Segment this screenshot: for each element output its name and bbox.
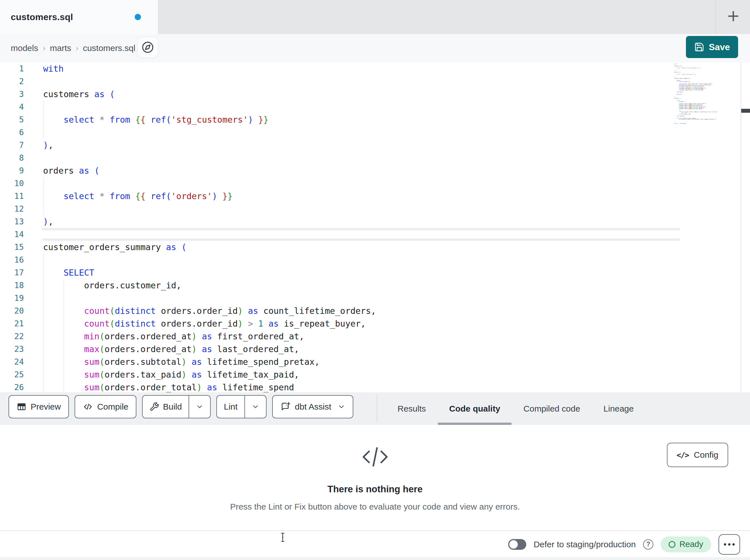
compile-label: Compile bbox=[97, 402, 129, 412]
empty-state-title: There is nothing here bbox=[0, 484, 750, 495]
lint-button[interactable]: Lint bbox=[217, 396, 244, 418]
table-icon bbox=[17, 402, 27, 412]
code-line[interactable]: SELECT bbox=[43, 266, 376, 279]
code-line[interactable]: select * from {{ ref('stg_customers') }} bbox=[43, 113, 376, 126]
code-line[interactable]: count(distinct orders.order_id) as count… bbox=[43, 305, 376, 317]
tab-code-quality[interactable]: Code quality bbox=[449, 392, 500, 425]
code-line[interactable] bbox=[43, 292, 376, 305]
line-number: 13 bbox=[0, 215, 24, 228]
code-line[interactable]: orders as ( bbox=[43, 164, 376, 177]
line-number: 8 bbox=[0, 151, 24, 164]
code-line[interactable]: customers as ( bbox=[43, 88, 376, 101]
chevron-down-icon bbox=[252, 403, 259, 411]
code-line[interactable]: orders.customer_id, bbox=[43, 279, 376, 292]
text-cursor-pointer bbox=[280, 533, 285, 543]
code-line[interactable]: with bbox=[43, 62, 376, 75]
editor-tab-bar: customers.sql bbox=[0, 0, 750, 34]
status-bar: Defer to staging/production ? Ready bbox=[0, 530, 750, 560]
save-label: Save bbox=[709, 42, 730, 53]
line-number: 16 bbox=[0, 253, 24, 266]
code-line[interactable] bbox=[43, 126, 376, 139]
file-tab-customers-sql[interactable]: customers.sql bbox=[0, 0, 158, 34]
code-line[interactable]: max(orders.ordered_at) as last_ordered_a… bbox=[43, 343, 376, 355]
build-button[interactable]: Build bbox=[143, 396, 189, 418]
new-tab-button[interactable] bbox=[724, 7, 742, 25]
code-line[interactable]: ), bbox=[43, 215, 376, 228]
line-number: 20 bbox=[0, 305, 24, 317]
ready-circle-icon bbox=[669, 541, 675, 548]
code-icon bbox=[82, 402, 93, 412]
code-quality-panel: There is nothing here Press the Lint or … bbox=[0, 425, 750, 530]
line-number: 25 bbox=[0, 368, 24, 381]
tab-compiled-code[interactable]: Compiled code bbox=[524, 392, 580, 425]
save-button[interactable]: Save bbox=[686, 36, 738, 58]
code-editor[interactable]: 1234567891011121314151617181920212223242… bbox=[0, 62, 750, 392]
defer-label: Defer to staging/production bbox=[534, 540, 636, 549]
toggle-knob bbox=[509, 540, 518, 549]
chevron-down-icon bbox=[337, 403, 346, 411]
breadcrumb-item-marts[interactable]: marts bbox=[50, 43, 71, 53]
config-button[interactable]: </> Config bbox=[667, 443, 728, 467]
code-line[interactable]: sum(orders.tax_paid) as lifetime_tax_pai… bbox=[43, 368, 376, 381]
compile-button[interactable]: Compile bbox=[75, 395, 136, 418]
code-line[interactable]: sum(orders.subtotal) as lifetime_spend_p… bbox=[43, 355, 376, 368]
save-icon bbox=[694, 42, 704, 52]
indent-guide bbox=[43, 101, 44, 139]
code-line[interactable] bbox=[43, 203, 376, 215]
code-line[interactable]: min(orders.ordered_at) as first_ordered_… bbox=[43, 330, 376, 343]
line-number: 22 bbox=[0, 330, 24, 343]
code-line[interactable]: select * from joined bbox=[674, 123, 717, 124]
toolbar-divider bbox=[377, 395, 377, 422]
breadcrumb-item-models[interactable]: models bbox=[11, 43, 38, 53]
explore-lineage-button[interactable] bbox=[137, 37, 158, 58]
code-line[interactable] bbox=[43, 101, 376, 113]
line-number: 1 bbox=[0, 62, 24, 75]
line-number: 2 bbox=[0, 75, 24, 88]
code-line[interactable]: customer_orders_summary as ( bbox=[43, 241, 376, 253]
breadcrumb-separator: › bbox=[71, 44, 83, 53]
breadcrumb-separator: › bbox=[38, 44, 50, 53]
right-panel-resize-handle[interactable] bbox=[741, 109, 750, 113]
dbt-assist-button[interactable]: dbt Assist bbox=[272, 395, 353, 418]
code-icon: </> bbox=[676, 451, 689, 459]
action-toolbar: Preview Compile Build Lint bbox=[0, 392, 750, 425]
tab-lineage[interactable]: Lineage bbox=[604, 392, 634, 425]
assistant-chat-icon bbox=[280, 401, 291, 412]
code-line[interactable] bbox=[43, 253, 376, 266]
defer-toggle[interactable] bbox=[508, 539, 526, 550]
wrench-icon bbox=[150, 402, 159, 412]
code-content[interactable]: withcustomers as ( select * from {{ ref(… bbox=[43, 62, 376, 392]
code-empty-icon bbox=[361, 445, 390, 469]
preview-label: Preview bbox=[31, 402, 61, 412]
line-number: 10 bbox=[0, 177, 24, 190]
code-line[interactable] bbox=[43, 228, 376, 241]
code-line[interactable] bbox=[43, 177, 376, 190]
code-line[interactable]: select * from {{ ref('orders') }} bbox=[43, 190, 376, 203]
build-dropdown-button[interactable] bbox=[189, 396, 210, 418]
line-number: 26 bbox=[0, 381, 24, 392]
build-label: Build bbox=[163, 402, 182, 412]
code-line[interactable]: count(distinct orders.order_id) > 1 as i… bbox=[43, 317, 376, 330]
config-label: Config bbox=[694, 450, 718, 460]
empty-state-subtitle: Press the Lint or Fix button above to ev… bbox=[0, 502, 750, 512]
code-line[interactable] bbox=[43, 151, 376, 164]
preview-button[interactable]: Preview bbox=[8, 395, 69, 418]
code-line[interactable]: on customers.customer_id = customer_orde… bbox=[674, 119, 717, 120]
breadcrumb-bar: models›marts›customers.sql Save bbox=[0, 34, 750, 62]
line-number: 7 bbox=[0, 139, 24, 151]
help-icon[interactable]: ? bbox=[643, 539, 653, 549]
lint-label: Lint bbox=[224, 402, 237, 412]
code-line[interactable]: ), bbox=[43, 139, 376, 151]
file-tab-title: customers.sql bbox=[11, 12, 73, 22]
code-line[interactable]: sum(orders.order_total) as lifetime_spen… bbox=[43, 381, 376, 392]
line-number: 3 bbox=[0, 88, 24, 101]
line-number: 17 bbox=[0, 266, 24, 279]
code-line[interactable] bbox=[43, 75, 376, 88]
indent-guide bbox=[63, 279, 64, 392]
tab-results[interactable]: Results bbox=[397, 392, 426, 425]
breadcrumb-item-customers-sql[interactable]: customers.sql bbox=[83, 43, 135, 53]
more-options-button[interactable] bbox=[718, 534, 740, 555]
lint-dropdown-button[interactable] bbox=[244, 396, 266, 418]
minimap[interactable]: withcustomers as ( select * from {{ ref(… bbox=[674, 63, 717, 124]
dbt-ide-window: customers.sql models›marts›customers.sql… bbox=[0, 0, 750, 560]
